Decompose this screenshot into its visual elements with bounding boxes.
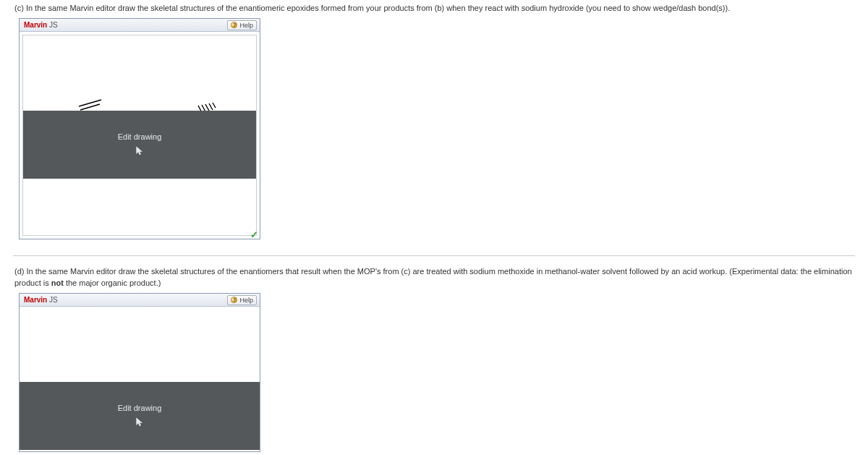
help-label: Help (239, 22, 253, 29)
help-button[interactable]: ? Help (227, 20, 257, 30)
question-d-text: (d) In the same Marvin editor draw the s… (0, 263, 868, 292)
svg-line-11 (213, 103, 216, 108)
cursor-arrow-icon (134, 145, 145, 157)
svg-line-12 (209, 103, 213, 110)
question-c-text: (c) In the same Marvin editor draw the s… (0, 0, 868, 17)
question-d-bold: not (51, 278, 64, 287)
marvin-header: Marvin JS ? Help (20, 19, 260, 32)
marvin-editor-c: Marvin JS ? Help (19, 18, 260, 239)
help-label: Help (239, 297, 253, 304)
marvin-canvas-d[interactable]: Edit drawing (20, 307, 260, 451)
edit-drawing-overlay[interactable]: Edit drawing (23, 111, 256, 179)
checkmark-icon: ✓ (250, 229, 258, 239)
edit-drawing-label: Edit drawing (118, 132, 162, 141)
edit-drawing-overlay[interactable]: Edit drawing (20, 382, 260, 450)
separator (13, 255, 855, 256)
help-icon: ? (231, 297, 237, 303)
marvin-sub: JS (49, 296, 58, 304)
marvin-header: Marvin JS ? Help (20, 294, 260, 307)
cursor-arrow-icon (134, 417, 145, 428)
marvin-brand: Marvin (24, 296, 47, 304)
edit-drawing-label: Edit drawing (118, 404, 162, 412)
help-icon: ? (231, 22, 237, 28)
canvas-inner: O (22, 35, 257, 236)
marvin-canvas-c[interactable]: O (20, 32, 260, 239)
canvas-inner: Edit drawing (20, 307, 260, 451)
marvin-title: Marvin JS (22, 296, 58, 304)
help-button[interactable]: ? Help (227, 295, 257, 305)
question-d-suffix: the major organic product.) (64, 278, 161, 287)
marvin-title: Marvin JS (22, 21, 58, 29)
marvin-brand: Marvin (24, 21, 47, 29)
marvin-sub: JS (49, 21, 58, 29)
svg-line-0 (79, 100, 101, 106)
marvin-editor-d: Marvin JS ? Help Edit drawing (19, 293, 260, 452)
